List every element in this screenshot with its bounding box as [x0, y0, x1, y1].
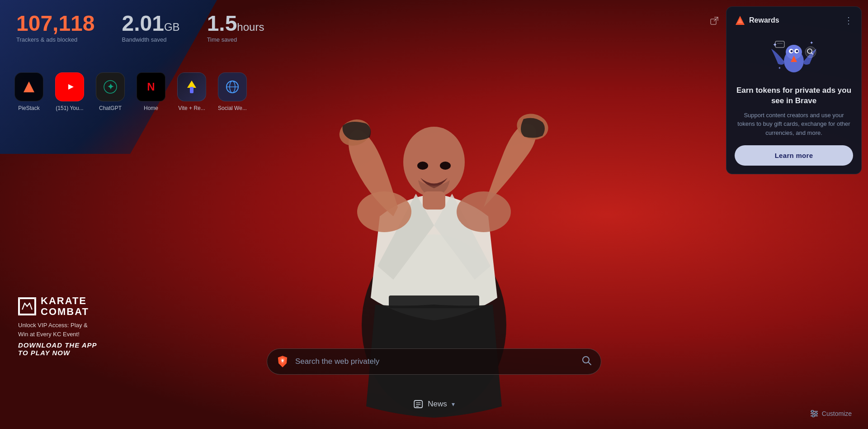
shortcut-vite[interactable]: Vite + Re... [175, 72, 208, 111]
svg-point-5 [417, 162, 428, 170]
rewards-mascot-area: ✦ ✦ ✦ [735, 33, 853, 78]
shortcut-chatgpt[interactable]: ✦ ChatGPT [94, 72, 127, 111]
shortcut-label-chatgpt: ChatGPT [94, 105, 127, 111]
svg-point-8 [357, 191, 411, 232]
svg-line-24 [588, 362, 591, 365]
search-magnifier-icon [582, 356, 592, 368]
kc-sub-text: Unlock VIP Access: Play &Win at Every KC… [18, 321, 97, 338]
bandwidth-number: 2.01GB [122, 13, 180, 34]
customize-icon [810, 410, 818, 417]
time-label: Time saved [207, 36, 264, 43]
rewards-title: Rewards [749, 16, 779, 24]
shortcut-label-youtube: (151) You... [53, 105, 86, 111]
svg-text:N: N [147, 81, 155, 93]
rewards-brave-icon [735, 15, 745, 26]
karate-combat-promo: KARATE COMBAT Unlock VIP Access: Play &W… [18, 296, 97, 357]
shortcut-label-piestack: PieStack [13, 105, 45, 111]
svg-text:✦: ✦ [810, 40, 813, 45]
kc-icon [18, 297, 36, 315]
svg-point-9 [457, 191, 511, 232]
customize-button[interactable]: Customize [810, 410, 852, 417]
svg-point-43 [791, 50, 793, 52]
shortcut-netflix[interactable]: N Home [135, 72, 167, 111]
shortcut-piestack[interactable]: PieStack [13, 72, 45, 111]
stats-bar: 107,118 Trackers & ads blocked 2.01GB Ba… [16, 13, 264, 43]
rewards-panel: Rewards ⋮ ✦ ✦ ✦ [726, 6, 862, 174]
svg-point-34 [812, 415, 814, 417]
shortcut-label-vite: Vite + Re... [175, 105, 208, 111]
news-icon [413, 399, 423, 409]
search-container [267, 348, 601, 375]
svg-point-33 [815, 413, 817, 415]
search-input[interactable] [295, 357, 576, 366]
time-number: 1.5hours [207, 13, 264, 34]
kc-logo: KARATE COMBAT [18, 296, 97, 317]
svg-rect-18 [190, 87, 193, 93]
svg-text:✦: ✦ [778, 66, 781, 70]
shortcut-social[interactable]: Social We... [216, 72, 249, 111]
shortcut-label-social: Social We... [216, 105, 249, 111]
learn-more-button[interactable]: Learn more [735, 145, 853, 166]
stat-trackers: 107,118 Trackers & ads blocked [16, 13, 95, 43]
customize-label: Customize [822, 410, 852, 417]
svg-point-44 [796, 50, 798, 52]
stat-bandwidth: 2.01GB Bandwidth saved [122, 13, 180, 43]
brave-search-icon [276, 355, 289, 368]
svg-point-49 [805, 47, 816, 57]
rewards-sub-text: Support content creators and use your to… [735, 111, 853, 138]
svg-marker-17 [187, 81, 196, 88]
shortcuts-row: PieStack (151) You... ✦ ChatGPT N Home V… [13, 72, 249, 111]
rewards-menu-button[interactable]: ⋮ [844, 15, 853, 26]
trackers-label: Trackers & ads blocked [16, 36, 95, 43]
svg-text:✦: ✦ [773, 42, 777, 48]
kc-cta: DOWNLOAD THE APPTO PLAY NOW [18, 341, 97, 357]
rewards-main-text: Earn tokens for private ads you see in B… [735, 86, 853, 106]
shortcut-youtube[interactable]: (151) You... [53, 72, 86, 111]
rewards-mascot-svg: ✦ ✦ ✦ [769, 33, 819, 78]
news-label: News [428, 400, 447, 409]
kc-name-2: COMBAT [41, 306, 89, 317]
svg-marker-10 [24, 81, 34, 92]
news-chevron-icon: ▾ [452, 400, 455, 408]
bandwidth-label: Bandwidth saved [122, 36, 180, 43]
svg-text:✦: ✦ [107, 82, 114, 91]
kc-name-1: KARATE [41, 296, 89, 306]
rewards-header: Rewards ⋮ [735, 15, 853, 26]
shortcut-label-netflix: Home [135, 105, 167, 111]
stat-time: 1.5hours Time saved [207, 13, 264, 43]
svg-point-32 [811, 410, 813, 413]
rewards-title-row: Rewards [735, 15, 779, 26]
trackers-number: 107,118 [16, 13, 95, 34]
external-link-icon[interactable] [710, 16, 719, 28]
search-bar [267, 348, 601, 375]
svg-point-6 [440, 162, 451, 170]
news-tab[interactable]: News ▾ [413, 399, 455, 409]
svg-rect-7 [423, 191, 445, 210]
